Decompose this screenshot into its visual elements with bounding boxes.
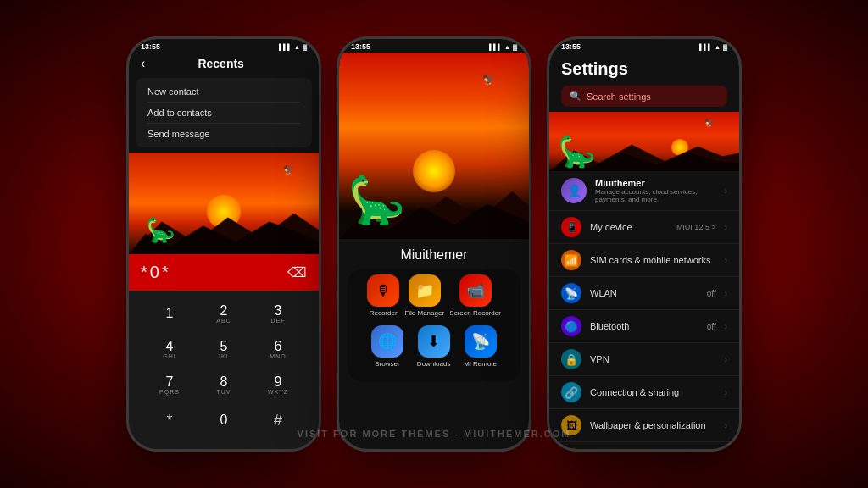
app-screen-recorder[interactable]: 📹 Screen Recorder [449,274,500,317]
phone-settings: 13:55 ▌▌▌ ▲ ▓ Settings 🔍 Search settings… [547,36,742,452]
sim-icon: 📶 [561,250,581,270]
vpn-arrow-icon: › [725,355,727,364]
connection-icon: 🔗 [561,382,581,402]
search-icon: 🔍 [570,91,581,102]
status-bar-1: 13:55 ▌▌▌ ▲ ▓ [129,39,319,53]
bluetooth-icon: 🔵 [561,316,581,336]
wlan-text: WLAN [590,288,698,298]
app-recorder[interactable]: 🎙 Recorder [367,274,399,317]
back-button[interactable]: ‹ [141,56,145,71]
bluetooth-value: off [707,322,716,331]
wlan-arrow-icon: › [725,289,727,298]
status-time-1: 13:55 [141,42,160,51]
browser-icon: 🌐 [371,325,403,358]
phone-dialer: 13:55 ▌▌▌ ▲ ▓ ‹ Recents New contact Add … [126,36,321,452]
settings-sim[interactable]: 📶 SIM cards & mobile networks › [549,244,739,277]
connection-text: Connection & sharing [590,387,716,397]
profile-item[interactable]: 👤 Miuithemer Manage accounts, cloud serv… [549,171,739,211]
home-dino: 🦕 [348,177,406,224]
settings-scene: 🦕 🦅 [549,112,739,171]
device-item[interactable]: 📱 My device MIUI 12.5 > › [549,211,739,244]
settings-aod[interactable]: 🔒 Always-on display & Lock screen › [549,442,739,449]
connection-arrow-icon: › [725,388,727,397]
search-placeholder: Search settings [587,92,651,102]
recorder-icon: 🎙 [367,274,399,307]
wlan-icon: 📡 [561,283,581,303]
delete-button[interactable]: ⌫ [287,264,307,280]
phone-home: 13:55 ▌▌▌ ▲ ▓ 🦕 🦅 Miuithemer 🎙 [337,36,531,452]
status-icons-3: ▌▌▌ ▲ ▓ [699,44,727,50]
settings-title: Settings [561,59,727,79]
wallpaper-label: Wallpaper & personalization [590,420,716,430]
settings-connection[interactable]: 🔗 Connection & sharing › [549,376,739,409]
profile-text: Miuithemer Manage accounts, cloud servic… [595,178,716,203]
vpn-label: VPN [590,354,716,364]
app-browser[interactable]: 🌐 Browser [371,325,403,368]
settings-dino: 🦕 [558,136,596,167]
settings-header: Settings 🔍 Search settings [549,53,739,112]
watermark: VISIT FOR MORE THEMES - MIUITHEMER.COM [298,429,571,439]
app-files[interactable]: 📁 File Manager [404,274,444,317]
home-bird: 🦅 [482,74,495,86]
status-time-3: 13:55 [561,42,581,51]
keypad-row-4: * 0 # [142,404,305,436]
menu-new-contact[interactable]: New contact [147,81,300,103]
wlan-value: off [707,289,716,298]
settings-search-bar[interactable]: 🔍 Search settings [561,86,727,107]
battery-icon-3: ▓ [723,44,727,50]
app-row-1: 🎙 Recorder 📁 File Manager 📹 Screen Recor… [364,274,504,317]
home-scene: 🦕 🦅 [339,53,529,239]
key-6[interactable]: 6MNO [257,333,299,365]
key-7[interactable]: 7PQRS [148,369,191,401]
browser-label: Browser [375,360,399,368]
bluetooth-text: Bluetooth [590,321,698,331]
wifi-icon: ▲ [294,44,300,50]
vpn-icon: 🔒 [561,349,581,369]
settings-bluetooth[interactable]: 🔵 Bluetooth off › [549,310,739,343]
key-hash[interactable]: # [257,404,299,436]
key-0[interactable]: 0 [203,404,245,436]
device-icon: 📱 [561,217,581,237]
screen-label: Screen Recorder [449,309,500,317]
downloads-icon: ⬇ [418,325,450,358]
key-1[interactable]: 1 [148,297,191,330]
profile-name: Miuithemer [595,178,716,188]
profile-sub: Manage accounts, cloud services, payment… [595,188,716,203]
menu-add-contacts[interactable]: Add to contacts [147,103,300,124]
key-2[interactable]: 2ABC [203,297,245,330]
key-3[interactable]: 3DEF [257,297,299,330]
settings-list: 👤 Miuithemer Manage accounts, cloud serv… [549,171,739,449]
dialer-title: Recents [152,57,290,70]
battery-icon-2: ▓ [513,44,517,50]
app-downloads[interactable]: ⬇ Downloads [417,325,451,368]
app-grid: 🎙 Recorder 📁 File Manager 📹 Screen Recor… [348,269,520,381]
device-version: MIUI 12.5 > [676,223,716,231]
menu-send-message[interactable]: Send message [147,124,300,144]
sim-text: SIM cards & mobile networks [590,255,716,265]
screen-icon: 📹 [459,274,492,307]
wifi-icon-2: ▲ [504,44,510,50]
device-arrow-icon: › [725,223,727,232]
settings-wlan[interactable]: 📡 WLAN off › [549,277,739,310]
sim-label: SIM cards & mobile networks [590,255,716,265]
battery-icon: ▓ [303,44,307,50]
key-5[interactable]: 5JKL [203,333,245,365]
bluetooth-arrow-icon: › [725,322,727,331]
app-remote[interactable]: 📡 Mi Remote [464,325,497,368]
signal-icon: ▌▌▌ [279,44,292,50]
signal-icon-3: ▌▌▌ [699,44,712,50]
key-star[interactable]: * [148,404,191,436]
dialer-menu: New contact Add to contacts Send message [136,78,312,147]
signal-icon-2: ▌▌▌ [489,44,502,50]
aod-text: Always-on display & Lock screen [590,448,716,449]
settings-vpn[interactable]: 🔒 VPN › [549,343,739,376]
scene-bird: 🦅 [283,165,293,175]
key-4[interactable]: 4GHI [148,333,191,365]
key-8[interactable]: 8TUV [203,369,245,401]
keypad: 1 2ABC 3DEF 4GHI 5JKL 6MNO 7PQRS 8TUV 9W… [129,291,319,446]
key-9[interactable]: 9WXYZ [257,369,299,401]
aod-icon: 🔒 [561,448,581,449]
status-time-2: 13:55 [351,42,370,51]
aod-label: Always-on display & Lock screen [590,448,716,449]
settings-wallpaper[interactable]: 🖼 Wallpaper & personalization › [549,409,739,442]
